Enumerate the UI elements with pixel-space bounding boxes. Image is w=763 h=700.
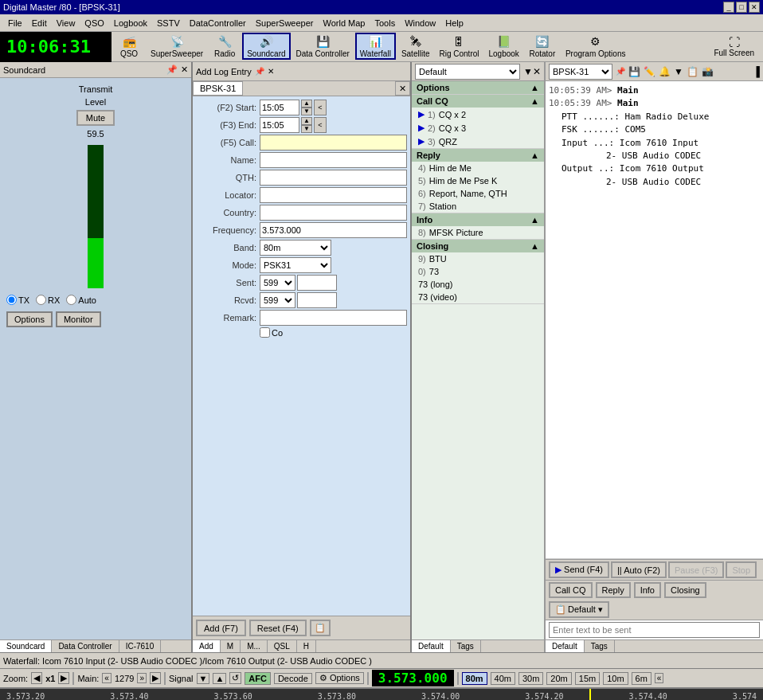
macro-collapse-icon[interactable]: ▼ xyxy=(523,66,533,77)
bpsk31-tab[interactable]: BPSK-31 xyxy=(193,81,243,96)
default-dropdown-button[interactable]: 📋 Default ▾ xyxy=(549,601,609,618)
rcvd-input[interactable] xyxy=(297,292,337,308)
maximize-button[interactable]: □ xyxy=(736,2,747,13)
close-button[interactable]: ✕ xyxy=(749,2,760,13)
co-checkbox[interactable] xyxy=(260,327,270,338)
f5-call-input[interactable] xyxy=(260,135,407,151)
signal-up[interactable]: ▲ xyxy=(213,673,226,684)
add-button[interactable]: Add (F7) xyxy=(196,620,246,636)
macro-himdeme[interactable]: 4) Him de Me xyxy=(412,162,544,174)
band-15m-button[interactable]: 15m xyxy=(575,672,600,685)
toolbar-logbook[interactable]: 📗 Logbook xyxy=(485,33,523,60)
remark-input[interactable] xyxy=(260,310,407,326)
chat-tags-tab[interactable]: Tags xyxy=(585,640,615,652)
macro-default-tab[interactable]: Default xyxy=(412,640,451,652)
afc-button[interactable]: AFC xyxy=(245,672,271,685)
f3-end-down[interactable]: ▼ xyxy=(301,125,312,133)
chat-select[interactable]: BPSK-31 xyxy=(549,64,612,80)
chat-toolbar3[interactable]: 🔔 xyxy=(659,66,671,77)
m-tab[interactable]: M xyxy=(221,640,241,652)
mode-select[interactable]: PSK31 xyxy=(260,257,331,273)
callcq-header[interactable]: Call CQ ▲ xyxy=(412,95,544,108)
toolbar-qso[interactable]: 📻 QSO xyxy=(113,33,145,60)
menu-datacontroller[interactable]: DataController xyxy=(185,17,251,29)
toolbar-rigcontrol[interactable]: 🎛 Rig Control xyxy=(435,33,483,60)
macro-station[interactable]: 7) Station xyxy=(412,200,544,213)
signal-down[interactable]: ▼ xyxy=(197,673,210,684)
close-log-icon[interactable]: ✕ xyxy=(268,67,274,76)
minimize-button[interactable]: _ xyxy=(723,2,734,13)
closing-header[interactable]: Closing ▲ xyxy=(412,240,544,252)
macro-tags-tab[interactable]: Tags xyxy=(451,640,481,652)
band-20m-button[interactable]: 20m xyxy=(546,672,571,685)
pause-button[interactable]: Pause (F3) xyxy=(668,561,724,578)
band-10m-button[interactable]: 10m xyxy=(603,672,628,685)
h-tab[interactable]: H xyxy=(297,640,316,652)
f3-end-up[interactable]: ▲ xyxy=(301,117,312,125)
menu-help[interactable]: Help xyxy=(440,17,468,29)
qth-input[interactable] xyxy=(260,170,407,186)
toolbar-rotator[interactable]: 🔄 Rotator xyxy=(525,33,560,60)
rcvd-select[interactable]: 599 xyxy=(260,292,295,308)
f2-start-down[interactable]: ▼ xyxy=(301,108,312,115)
info-header[interactable]: Info ▲ xyxy=(412,213,544,226)
macro-btu[interactable]: 9) BTU xyxy=(412,252,544,265)
menu-logbook[interactable]: Logbook xyxy=(109,17,152,29)
menu-view[interactable]: View xyxy=(52,17,80,29)
tx-radio[interactable] xyxy=(6,295,17,305)
chat-toolbar5[interactable]: 📋 xyxy=(687,66,698,77)
reset-button[interactable]: Reset (F4) xyxy=(249,620,307,636)
chat-toolbar2[interactable]: ✏️ xyxy=(644,66,655,77)
soundcard-tab[interactable]: Soundcard xyxy=(0,640,52,652)
band-6m-button[interactable]: 6m xyxy=(632,672,651,685)
toolbar-satellite[interactable]: 🛰 Satellite xyxy=(397,33,434,60)
log-extra-button[interactable]: 📋 xyxy=(310,620,331,636)
macro-close-icon[interactable]: ✕ xyxy=(533,66,541,77)
macro-report-name-qth[interactable]: 6) Report, Name, QTH xyxy=(412,187,544,200)
band-select[interactable]: 80m xyxy=(260,240,331,256)
chat-scrollbar-toggle[interactable]: ▐ xyxy=(753,66,760,77)
close-soundcard-icon[interactable]: ✕ xyxy=(181,65,188,75)
monitor-button[interactable]: Monitor xyxy=(56,311,101,327)
frequency-input[interactable] xyxy=(260,222,407,238)
chat-text-input[interactable] xyxy=(549,622,760,638)
callcq-action-button[interactable]: Call CQ xyxy=(549,582,593,598)
options-header[interactable]: Options ▲ xyxy=(412,81,544,94)
chat-pin-icon[interactable]: 📌 xyxy=(616,67,625,76)
f2-start-input[interactable] xyxy=(260,100,299,115)
main-next-button[interactable]: ▶ xyxy=(150,672,161,684)
qsl-tab[interactable]: QSL xyxy=(268,640,297,652)
toolbar-programoptions[interactable]: ⚙ Program Options xyxy=(561,33,630,60)
signal-reset[interactable]: ↺ xyxy=(229,672,241,684)
menu-supersweeper[interactable]: SuperSweeper xyxy=(251,17,319,29)
options-freq-button[interactable]: ⚙ Options xyxy=(315,672,364,684)
auto-button[interactable]: || Auto (F2) xyxy=(611,561,667,578)
toolbar-radio[interactable]: 🔧 Radio xyxy=(209,33,241,60)
decode-button[interactable]: Decode xyxy=(274,673,312,684)
reply-action-button[interactable]: Reply xyxy=(596,582,631,598)
close-tab-button[interactable]: ✕ xyxy=(395,81,410,96)
chat-toolbar4[interactable]: ▼ xyxy=(674,66,683,77)
add-tab[interactable]: Add xyxy=(193,640,221,652)
macro-73[interactable]: 0) 73 xyxy=(412,265,544,278)
f3-end-input[interactable] xyxy=(260,117,299,133)
menu-worldmap[interactable]: World Map xyxy=(318,17,370,29)
menu-qso[interactable]: QSO xyxy=(80,17,108,29)
ic7610-tab[interactable]: IC-7610 xyxy=(119,640,162,652)
f2-start-up[interactable]: ▲ xyxy=(301,100,312,108)
menu-window[interactable]: Window xyxy=(400,17,440,29)
name-input[interactable] xyxy=(260,152,407,168)
fullscreen-button[interactable]: ⛶ Full Screen xyxy=(706,33,761,60)
auto-radio[interactable] xyxy=(66,295,76,305)
band-40m-button[interactable]: 40m xyxy=(491,672,515,685)
menu-sstv[interactable]: SSTV xyxy=(152,17,185,29)
macro-himdeme-pse[interactable]: 5) Him de Me Pse K xyxy=(412,174,544,187)
chat-toolbar1[interactable]: 💾 xyxy=(628,66,640,77)
sent-select[interactable]: 599 xyxy=(260,275,295,291)
rx-radio[interactable] xyxy=(36,295,46,305)
chat-toolbar6[interactable]: 📸 xyxy=(702,66,714,77)
macro-cq2[interactable]: ▶ 1) CQ x 2 xyxy=(412,108,544,121)
macro-select[interactable]: Default xyxy=(415,64,520,80)
main-prev-prev[interactable]: « xyxy=(102,673,112,683)
macro-cq3[interactable]: ▶ 2) CQ x 3 xyxy=(412,121,544,135)
